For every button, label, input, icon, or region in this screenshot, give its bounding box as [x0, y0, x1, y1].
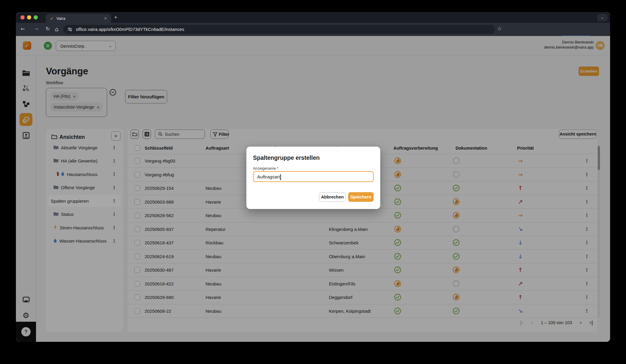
back-icon[interactable]: ←	[21, 26, 25, 32]
save-button[interactable]: Speichern	[348, 192, 374, 202]
text-caret	[280, 174, 281, 180]
reload-icon[interactable]: ↻	[46, 26, 50, 32]
new-tab-button[interactable]: +	[114, 14, 117, 21]
display-name-input[interactable]: Auftragsart	[253, 171, 374, 182]
browser-toolbar: ← → ↻ ⌂ office.vaira.app/o/kxO0mPlD73dYT…	[16, 23, 610, 36]
minimize-window-button[interactable]	[27, 15, 31, 19]
tab-title: Vaira	[56, 16, 65, 21]
maximize-window-button[interactable]	[34, 15, 38, 19]
tab-search-chevron-icon[interactable]: ⌄	[597, 14, 608, 21]
home-icon[interactable]: ⌂	[55, 26, 59, 32]
display-name-value: Auftragsart	[257, 174, 280, 180]
browser-window: ✓ Vaira × + ⌄ ← → ↻ ⌂ office.vaira.app/o…	[16, 12, 610, 342]
cancel-button[interactable]: Abbrechen	[319, 192, 346, 202]
dialog-title: Spaltengruppe erstellen	[253, 154, 320, 161]
vaira-favicon-icon: ✓	[50, 16, 54, 21]
display-name-label: Anzeigename *	[253, 166, 278, 171]
bookmark-star-icon[interactable]: ☆	[497, 25, 502, 31]
tab-close-icon[interactable]: ×	[104, 16, 107, 21]
close-window-button[interactable]	[20, 15, 25, 19]
tab-strip: ✓ Vaira × + ⌄	[16, 12, 610, 23]
browser-tab[interactable]: ✓ Vaira ×	[46, 14, 111, 23]
site-settings-icon[interactable]	[68, 27, 72, 32]
url-bar[interactable]: office.vaira.app/o/kxO0mPlD73dYTkCn6adE/…	[63, 25, 495, 34]
forward-icon[interactable]: →	[34, 26, 38, 32]
url-text: office.vaira.app/o/kxO0mPlD73dYTkCn6adE/…	[76, 27, 184, 32]
create-column-group-dialog: Spaltengruppe erstellen Anzeigename * Au…	[246, 147, 380, 209]
